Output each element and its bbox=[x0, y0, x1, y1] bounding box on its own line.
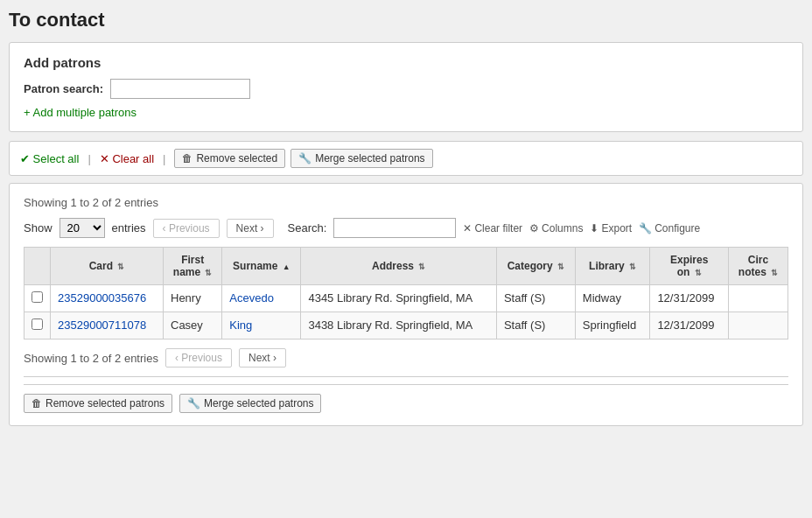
row-checkbox[interactable] bbox=[32, 291, 43, 303]
show-label: Show bbox=[24, 221, 52, 234]
remove-patrons-icon: 🗑 bbox=[32, 397, 42, 410]
expires-on-cell: 12/31/2099 bbox=[650, 285, 729, 312]
surname-link[interactable]: Acevedo bbox=[229, 291, 274, 304]
bottom-buttons: 🗑 Remove selected patrons 🔧 Merge select… bbox=[24, 384, 788, 413]
remove-selected-patrons-btn[interactable]: 🗑 Remove selected patrons bbox=[24, 394, 172, 413]
wrench-icon: 🔧 bbox=[639, 222, 652, 234]
card-link[interactable]: 23529000711078 bbox=[58, 318, 146, 332]
col-circ-notes[interactable]: Circnotes ⇅ bbox=[728, 248, 788, 285]
sort-category-icon: ⇅ bbox=[557, 262, 564, 271]
show-entries-select[interactable]: 20 50 100 bbox=[60, 218, 105, 238]
table-search-input[interactable] bbox=[333, 218, 456, 238]
showing-text-top: Showing 1 to 2 of 2 entries bbox=[24, 196, 788, 209]
col-surname[interactable]: Surname ▲ bbox=[222, 248, 301, 285]
remove-icon: 🗑 bbox=[182, 152, 192, 164]
address-cell: 4345 Library Rd. Springfield, MA bbox=[301, 285, 497, 312]
sort-surname-icon: ▲ bbox=[283, 262, 290, 271]
clear-x-icon: ✕ bbox=[463, 222, 472, 234]
col-expires-on[interactable]: Expireson ⇅ bbox=[650, 248, 729, 285]
col-library[interactable]: Library ⇅ bbox=[575, 248, 650, 285]
circ-notes-cell bbox=[728, 285, 788, 312]
patron-search-input[interactable] bbox=[110, 79, 250, 99]
entries-label: entries bbox=[112, 221, 146, 234]
configure-btn[interactable]: 🔧 Configure bbox=[639, 222, 700, 234]
sort-circ-icon: ⇅ bbox=[771, 269, 778, 277]
remove-selected-btn[interactable]: 🗑 Remove selected bbox=[174, 149, 285, 168]
clear-all-link[interactable]: ✕ Clear all bbox=[100, 152, 154, 165]
select-all-link[interactable]: ✔ Select all bbox=[20, 152, 79, 165]
export-btn[interactable]: ⬇ Export bbox=[590, 222, 632, 234]
row-checkbox[interactable] bbox=[32, 318, 43, 330]
toolbar-separator-1: | bbox=[88, 152, 90, 165]
table-row: 23529000711078CaseyKing3438 Library Rd. … bbox=[24, 312, 788, 340]
add-patrons-title: Add patrons bbox=[24, 55, 788, 70]
bottom-pagination: Showing 1 to 2 of 2 entries ‹ Previous N… bbox=[24, 348, 788, 368]
merge-selected-btn[interactable]: 🔧 Merge selected patrons bbox=[290, 149, 432, 168]
col-category[interactable]: Category ⇅ bbox=[496, 248, 575, 285]
add-multiple-patrons-link[interactable]: Add multiple patrons bbox=[24, 106, 136, 119]
toolbar-separator-2: | bbox=[163, 152, 165, 165]
merge-selected-patrons-btn[interactable]: 🔧 Merge selected patrons bbox=[179, 394, 321, 413]
merge-icon: 🔧 bbox=[298, 152, 312, 164]
sort-expires-icon: ⇅ bbox=[695, 269, 702, 277]
previous-btn-top[interactable]: ‹ Previous bbox=[153, 219, 220, 238]
merge-patrons-icon: 🔧 bbox=[187, 397, 200, 410]
patrons-table-wrapper: Card ⇅ Firstname ⇅ Surname ▲ Address ⇅ C… bbox=[24, 247, 788, 340]
columns-btn[interactable]: ⚙ Columns bbox=[529, 222, 583, 234]
firstname-cell: Casey bbox=[164, 312, 222, 340]
gear-icon: ⚙ bbox=[529, 222, 539, 234]
toolbar-bar: ✔ Select all | ✕ Clear all | 🗑 Remove se… bbox=[9, 141, 803, 176]
card-link[interactable]: 23529000035676 bbox=[58, 291, 146, 304]
col-card[interactable]: Card ⇅ bbox=[51, 248, 164, 285]
sort-firstname-icon: ⇅ bbox=[205, 269, 212, 277]
col-address[interactable]: Address ⇅ bbox=[301, 248, 497, 285]
sort-address-icon: ⇅ bbox=[418, 262, 425, 271]
main-table-card: Showing 1 to 2 of 2 entries Show 20 50 1… bbox=[9, 183, 803, 426]
col-checkbox bbox=[24, 248, 51, 285]
showing-text-bottom: Showing 1 to 2 of 2 entries bbox=[24, 352, 158, 365]
sort-card-icon: ⇅ bbox=[117, 262, 124, 271]
page-title: To contact bbox=[9, 9, 803, 32]
download-icon: ⬇ bbox=[590, 222, 598, 234]
circ-notes-cell bbox=[728, 312, 788, 340]
table-row: 23529000035676HenryAcevedo4345 Library R… bbox=[24, 285, 788, 312]
surname-link[interactable]: King bbox=[229, 318, 252, 332]
patrons-table: Card ⇅ Firstname ⇅ Surname ▲ Address ⇅ C… bbox=[24, 247, 788, 340]
add-patrons-section: Add patrons Patron search: Add multiple … bbox=[9, 42, 803, 132]
expires-on-cell: 12/31/2099 bbox=[650, 312, 729, 340]
category-cell: Staff (S) bbox=[496, 285, 575, 312]
divider bbox=[24, 376, 788, 377]
address-cell: 3438 Library Rd. Springfield, MA bbox=[301, 312, 497, 340]
table-controls: Show 20 50 100 entries ‹ Previous Next ›… bbox=[24, 218, 788, 238]
next-btn-top[interactable]: Next › bbox=[227, 219, 274, 238]
firstname-cell: Henry bbox=[164, 285, 222, 312]
library-cell: Springfield bbox=[575, 312, 650, 340]
previous-btn-bottom[interactable]: ‹ Previous bbox=[165, 348, 232, 368]
category-cell: Staff (S) bbox=[496, 312, 575, 340]
col-firstname[interactable]: Firstname ⇅ bbox=[164, 248, 222, 285]
sort-library-icon: ⇅ bbox=[629, 262, 636, 271]
next-btn-bottom[interactable]: Next › bbox=[239, 348, 286, 368]
library-cell: Midway bbox=[575, 285, 650, 312]
patron-search-label: Patron search: bbox=[24, 82, 103, 95]
search-label: Search: bbox=[288, 221, 327, 234]
clear-filter-btn[interactable]: ✕ Clear filter bbox=[463, 222, 522, 234]
